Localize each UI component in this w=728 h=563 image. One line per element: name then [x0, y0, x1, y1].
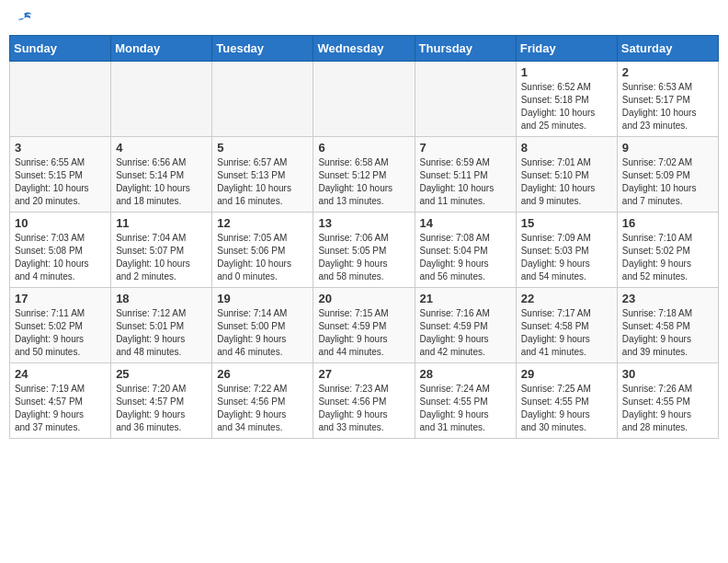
- day-number: 15: [521, 216, 612, 230]
- weekday-header-row: SundayMondayTuesdayWednesdayThursdayFrid…: [10, 36, 719, 62]
- calendar-cell: [313, 62, 415, 137]
- day-number: 21: [420, 292, 511, 305]
- calendar-cell: 27Sunrise: 7:23 AM Sunset: 4:56 PM Dayli…: [313, 363, 415, 439]
- calendar-cell: 26Sunrise: 7:22 AM Sunset: 4:56 PM Dayli…: [212, 363, 313, 439]
- day-info: Sunrise: 7:09 AM Sunset: 5:03 PM Dayligh…: [521, 232, 612, 283]
- calendar-cell: 16Sunrise: 7:10 AM Sunset: 5:02 PM Dayli…: [617, 213, 718, 288]
- calendar-cell: 24Sunrise: 7:19 AM Sunset: 4:57 PM Dayli…: [10, 363, 111, 439]
- calendar-cell: 22Sunrise: 7:17 AM Sunset: 4:58 PM Dayli…: [516, 288, 617, 363]
- calendar-cell: 17Sunrise: 7:11 AM Sunset: 5:02 PM Dayli…: [10, 288, 111, 363]
- day-number: 26: [217, 367, 308, 381]
- calendar-cell: 3Sunrise: 6:55 AM Sunset: 5:15 PM Daylig…: [10, 137, 111, 213]
- weekday-sunday: Sunday: [10, 36, 111, 62]
- day-info: Sunrise: 7:24 AM Sunset: 4:55 PM Dayligh…: [420, 383, 511, 434]
- day-number: 5: [217, 141, 308, 155]
- day-info: Sunrise: 7:06 AM Sunset: 5:05 PM Dayligh…: [318, 232, 409, 283]
- calendar-cell: 11Sunrise: 7:04 AM Sunset: 5:07 PM Dayli…: [111, 213, 212, 288]
- day-info: Sunrise: 7:23 AM Sunset: 4:56 PM Dayligh…: [318, 383, 409, 434]
- calendar-cell: 1Sunrise: 6:52 AM Sunset: 5:18 PM Daylig…: [516, 62, 617, 137]
- day-number: 23: [622, 292, 713, 305]
- day-info: Sunrise: 7:16 AM Sunset: 4:59 PM Dayligh…: [420, 307, 511, 359]
- calendar-cell: 10Sunrise: 7:03 AM Sunset: 5:08 PM Dayli…: [10, 213, 111, 288]
- calendar-cell: 4Sunrise: 6:56 AM Sunset: 5:14 PM Daylig…: [111, 137, 212, 213]
- calendar-cell: 25Sunrise: 7:20 AM Sunset: 4:57 PM Dayli…: [111, 363, 212, 439]
- day-info: Sunrise: 7:18 AM Sunset: 4:58 PM Dayligh…: [622, 307, 713, 359]
- calendar-cell: 5Sunrise: 6:57 AM Sunset: 5:13 PM Daylig…: [212, 137, 313, 213]
- day-number: 3: [15, 141, 106, 155]
- day-number: 2: [622, 65, 713, 79]
- day-info: Sunrise: 7:25 AM Sunset: 4:55 PM Dayligh…: [521, 383, 612, 434]
- day-number: 8: [521, 141, 612, 155]
- day-info: Sunrise: 6:53 AM Sunset: 5:17 PM Dayligh…: [622, 81, 713, 132]
- calendar-cell: [415, 62, 516, 137]
- week-row-4: 17Sunrise: 7:11 AM Sunset: 5:02 PM Dayli…: [10, 288, 719, 363]
- week-row-1: 1Sunrise: 6:52 AM Sunset: 5:18 PM Daylig…: [10, 62, 719, 137]
- header: [9, 9, 719, 28]
- weekday-monday: Monday: [111, 36, 212, 62]
- logo-bird-icon: [15, 9, 33, 28]
- weekday-saturday: Saturday: [617, 36, 718, 62]
- day-number: 9: [622, 141, 713, 155]
- weekday-wednesday: Wednesday: [313, 36, 415, 62]
- day-info: Sunrise: 6:59 AM Sunset: 5:11 PM Dayligh…: [420, 156, 511, 208]
- day-info: Sunrise: 6:52 AM Sunset: 5:18 PM Dayligh…: [521, 81, 612, 132]
- day-number: 19: [217, 292, 308, 305]
- day-number: 18: [116, 292, 207, 305]
- day-info: Sunrise: 7:20 AM Sunset: 4:57 PM Dayligh…: [116, 383, 207, 434]
- calendar-cell: 28Sunrise: 7:24 AM Sunset: 4:55 PM Dayli…: [415, 363, 516, 439]
- day-info: Sunrise: 7:22 AM Sunset: 4:56 PM Dayligh…: [217, 383, 308, 434]
- day-info: Sunrise: 7:05 AM Sunset: 5:06 PM Dayligh…: [217, 232, 308, 283]
- day-number: 7: [420, 141, 511, 155]
- day-info: Sunrise: 6:57 AM Sunset: 5:13 PM Dayligh…: [217, 156, 308, 208]
- day-info: Sunrise: 7:02 AM Sunset: 5:09 PM Dayligh…: [622, 156, 713, 208]
- calendar-cell: [111, 62, 212, 137]
- day-number: 20: [318, 292, 409, 305]
- day-number: 28: [420, 367, 511, 381]
- calendar-cell: 19Sunrise: 7:14 AM Sunset: 5:00 PM Dayli…: [212, 288, 313, 363]
- calendar: SundayMondayTuesdayWednesdayThursdayFrid…: [9, 35, 719, 439]
- calendar-cell: 20Sunrise: 7:15 AM Sunset: 4:59 PM Dayli…: [313, 288, 415, 363]
- day-number: 24: [15, 367, 106, 381]
- day-info: Sunrise: 7:26 AM Sunset: 4:55 PM Dayligh…: [622, 383, 713, 434]
- calendar-cell: 14Sunrise: 7:08 AM Sunset: 5:04 PM Dayli…: [415, 213, 516, 288]
- day-info: Sunrise: 6:56 AM Sunset: 5:14 PM Dayligh…: [116, 156, 207, 208]
- day-number: 30: [622, 367, 713, 381]
- day-info: Sunrise: 7:01 AM Sunset: 5:10 PM Dayligh…: [521, 156, 612, 208]
- day-number: 6: [318, 141, 409, 155]
- page: SundayMondayTuesdayWednesdayThursdayFrid…: [0, 0, 728, 563]
- week-row-2: 3Sunrise: 6:55 AM Sunset: 5:15 PM Daylig…: [10, 137, 719, 213]
- calendar-cell: 18Sunrise: 7:12 AM Sunset: 5:01 PM Dayli…: [111, 288, 212, 363]
- calendar-cell: [10, 62, 111, 137]
- calendar-cell: 12Sunrise: 7:05 AM Sunset: 5:06 PM Dayli…: [212, 213, 313, 288]
- day-info: Sunrise: 6:55 AM Sunset: 5:15 PM Dayligh…: [15, 156, 106, 208]
- day-number: 1: [521, 65, 612, 79]
- calendar-cell: 23Sunrise: 7:18 AM Sunset: 4:58 PM Dayli…: [617, 288, 718, 363]
- week-row-5: 24Sunrise: 7:19 AM Sunset: 4:57 PM Dayli…: [10, 363, 719, 439]
- calendar-cell: 13Sunrise: 7:06 AM Sunset: 5:05 PM Dayli…: [313, 213, 415, 288]
- day-info: Sunrise: 7:15 AM Sunset: 4:59 PM Dayligh…: [318, 307, 409, 359]
- day-info: Sunrise: 7:19 AM Sunset: 4:57 PM Dayligh…: [15, 383, 106, 434]
- day-number: 4: [116, 141, 207, 155]
- calendar-cell: 6Sunrise: 6:58 AM Sunset: 5:12 PM Daylig…: [313, 137, 415, 213]
- calendar-cell: [212, 62, 313, 137]
- logo: [13, 9, 33, 28]
- weekday-tuesday: Tuesday: [212, 36, 313, 62]
- calendar-cell: 15Sunrise: 7:09 AM Sunset: 5:03 PM Dayli…: [516, 213, 617, 288]
- day-number: 10: [15, 216, 106, 230]
- weekday-thursday: Thursday: [415, 36, 516, 62]
- day-number: 12: [217, 216, 308, 230]
- day-number: 11: [116, 216, 207, 230]
- calendar-cell: 2Sunrise: 6:53 AM Sunset: 5:17 PM Daylig…: [617, 62, 718, 137]
- calendar-cell: 29Sunrise: 7:25 AM Sunset: 4:55 PM Dayli…: [516, 363, 617, 439]
- day-info: Sunrise: 7:03 AM Sunset: 5:08 PM Dayligh…: [15, 232, 106, 283]
- calendar-cell: 7Sunrise: 6:59 AM Sunset: 5:11 PM Daylig…: [415, 137, 516, 213]
- day-info: Sunrise: 7:14 AM Sunset: 5:00 PM Dayligh…: [217, 307, 308, 359]
- day-info: Sunrise: 6:58 AM Sunset: 5:12 PM Dayligh…: [318, 156, 409, 208]
- weekday-friday: Friday: [516, 36, 617, 62]
- day-number: 22: [521, 292, 612, 305]
- day-number: 17: [15, 292, 106, 305]
- day-info: Sunrise: 7:04 AM Sunset: 5:07 PM Dayligh…: [116, 232, 207, 283]
- week-row-3: 10Sunrise: 7:03 AM Sunset: 5:08 PM Dayli…: [10, 213, 719, 288]
- calendar-cell: 21Sunrise: 7:16 AM Sunset: 4:59 PM Dayli…: [415, 288, 516, 363]
- day-info: Sunrise: 7:11 AM Sunset: 5:02 PM Dayligh…: [15, 307, 106, 359]
